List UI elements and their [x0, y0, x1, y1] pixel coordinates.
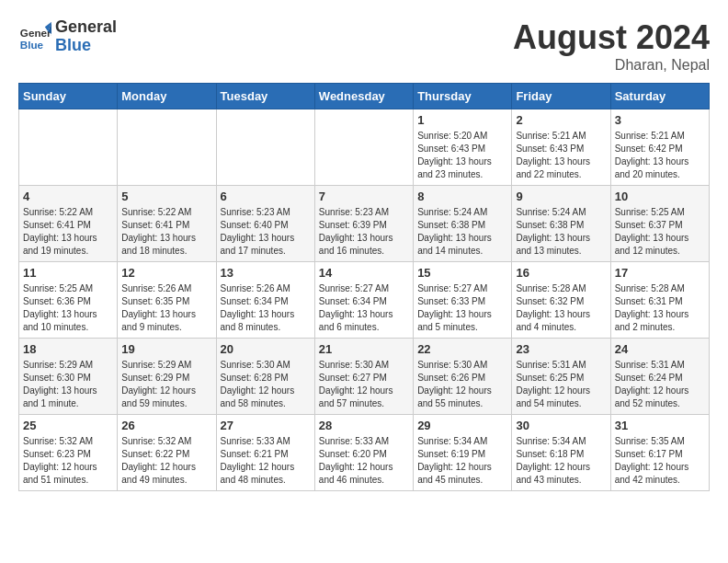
calendar-cell: 15Sunrise: 5:27 AM Sunset: 6:33 PM Dayli…	[414, 262, 512, 339]
day-info: Sunrise: 5:28 AM Sunset: 6:32 PM Dayligh…	[516, 282, 606, 334]
calendar-cell	[216, 109, 314, 186]
day-number: 31	[615, 419, 705, 432]
calendar-cell: 24Sunrise: 5:31 AM Sunset: 6:24 PM Dayli…	[610, 339, 709, 415]
calendar-cell: 11Sunrise: 5:25 AM Sunset: 6:36 PM Dayli…	[19, 262, 118, 339]
day-info: Sunrise: 5:23 AM Sunset: 6:40 PM Dayligh…	[221, 206, 311, 258]
calendar-cell: 16Sunrise: 5:28 AM Sunset: 6:32 PM Dayli…	[512, 262, 610, 339]
calendar-cell: 29Sunrise: 5:34 AM Sunset: 6:19 PM Dayli…	[414, 415, 512, 491]
calendar-cell: 30Sunrise: 5:34 AM Sunset: 6:18 PM Dayli…	[512, 415, 610, 491]
calendar-cell: 6Sunrise: 5:23 AM Sunset: 6:40 PM Daylig…	[216, 186, 314, 262]
day-info: Sunrise: 5:26 AM Sunset: 6:34 PM Dayligh…	[221, 282, 311, 334]
day-number: 16	[516, 266, 606, 280]
title-block: August 2024 Dharan, Nepal	[513, 18, 710, 74]
calendar-cell: 25Sunrise: 5:32 AM Sunset: 6:23 PM Dayli…	[19, 415, 118, 491]
day-info: Sunrise: 5:34 AM Sunset: 6:19 PM Dayligh…	[417, 435, 507, 487]
day-number: 7	[319, 190, 409, 203]
day-number: 8	[417, 190, 507, 203]
day-info: Sunrise: 5:29 AM Sunset: 6:29 PM Dayligh…	[121, 359, 211, 410]
day-info: Sunrise: 5:30 AM Sunset: 6:27 PM Dayligh…	[319, 359, 409, 410]
calendar-cell: 22Sunrise: 5:30 AM Sunset: 6:26 PM Dayli…	[414, 339, 512, 415]
calendar-cell: 23Sunrise: 5:31 AM Sunset: 6:25 PM Dayli…	[512, 339, 610, 415]
day-info: Sunrise: 5:21 AM Sunset: 6:43 PM Dayligh…	[516, 130, 606, 181]
week-row-1: 1Sunrise: 5:20 AM Sunset: 6:43 PM Daylig…	[19, 109, 710, 186]
calendar-cell: 9Sunrise: 5:24 AM Sunset: 6:38 PM Daylig…	[512, 186, 610, 262]
day-info: Sunrise: 5:30 AM Sunset: 6:26 PM Dayligh…	[417, 359, 507, 410]
calendar-cell: 27Sunrise: 5:33 AM Sunset: 6:21 PM Dayli…	[216, 415, 314, 491]
calendar-cell: 26Sunrise: 5:32 AM Sunset: 6:22 PM Dayli…	[118, 415, 216, 491]
day-number: 28	[319, 419, 409, 432]
day-info: Sunrise: 5:27 AM Sunset: 6:34 PM Dayligh…	[319, 282, 409, 334]
logo: General Blue General Blue	[18, 18, 117, 55]
day-info: Sunrise: 5:33 AM Sunset: 6:21 PM Dayligh…	[221, 435, 311, 487]
calendar-cell: 2Sunrise: 5:21 AM Sunset: 6:43 PM Daylig…	[512, 109, 610, 186]
calendar-cell: 28Sunrise: 5:33 AM Sunset: 6:20 PM Dayli…	[314, 415, 413, 491]
day-info: Sunrise: 5:26 AM Sunset: 6:35 PM Dayligh…	[121, 282, 211, 334]
month-year-title: August 2024	[513, 18, 710, 57]
day-number: 20	[221, 342, 311, 356]
calendar-cell	[314, 109, 413, 186]
day-info: Sunrise: 5:21 AM Sunset: 6:42 PM Dayligh…	[615, 130, 705, 181]
day-number: 17	[615, 266, 705, 280]
day-number: 13	[221, 266, 311, 280]
day-info: Sunrise: 5:24 AM Sunset: 6:38 PM Dayligh…	[417, 206, 507, 258]
day-number: 1	[417, 113, 507, 127]
calendar-cell: 8Sunrise: 5:24 AM Sunset: 6:38 PM Daylig…	[414, 186, 512, 262]
calendar-cell: 4Sunrise: 5:22 AM Sunset: 6:41 PM Daylig…	[19, 186, 118, 262]
calendar-cell: 19Sunrise: 5:29 AM Sunset: 6:29 PM Dayli…	[118, 339, 216, 415]
day-number: 11	[23, 266, 113, 280]
day-info: Sunrise: 5:32 AM Sunset: 6:22 PM Dayligh…	[121, 435, 211, 487]
calendar-cell: 31Sunrise: 5:35 AM Sunset: 6:17 PM Dayli…	[610, 415, 709, 491]
day-info: Sunrise: 5:29 AM Sunset: 6:30 PM Dayligh…	[23, 359, 113, 410]
week-row-5: 25Sunrise: 5:32 AM Sunset: 6:23 PM Dayli…	[19, 415, 710, 491]
day-info: Sunrise: 5:22 AM Sunset: 6:41 PM Dayligh…	[23, 206, 113, 258]
weekday-header-friday: Friday	[512, 84, 610, 109]
calendar-cell: 14Sunrise: 5:27 AM Sunset: 6:34 PM Dayli…	[314, 262, 413, 339]
svg-text:Blue: Blue	[20, 38, 44, 50]
calendar-cell: 3Sunrise: 5:21 AM Sunset: 6:42 PM Daylig…	[610, 109, 709, 186]
day-number: 14	[319, 266, 409, 280]
day-info: Sunrise: 5:33 AM Sunset: 6:20 PM Dayligh…	[319, 435, 409, 487]
day-number: 2	[516, 113, 606, 127]
day-number: 19	[121, 342, 211, 356]
day-number: 9	[516, 190, 606, 203]
weekday-header-sunday: Sunday	[19, 84, 118, 109]
weekday-header-row: SundayMondayTuesdayWednesdayThursdayFrid…	[19, 84, 710, 109]
day-info: Sunrise: 5:25 AM Sunset: 6:37 PM Dayligh…	[615, 206, 705, 258]
calendar-cell: 10Sunrise: 5:25 AM Sunset: 6:37 PM Dayli…	[610, 186, 709, 262]
day-info: Sunrise: 5:22 AM Sunset: 6:41 PM Dayligh…	[121, 206, 211, 258]
weekday-header-thursday: Thursday	[414, 84, 512, 109]
calendar-cell: 12Sunrise: 5:26 AM Sunset: 6:35 PM Dayli…	[118, 262, 216, 339]
day-info: Sunrise: 5:27 AM Sunset: 6:33 PM Dayligh…	[417, 282, 507, 334]
day-number: 23	[516, 342, 606, 356]
day-number: 26	[121, 419, 211, 432]
page-header: General Blue General Blue August 2024 Dh…	[18, 18, 710, 74]
calendar-table: SundayMondayTuesdayWednesdayThursdayFrid…	[18, 83, 710, 491]
day-info: Sunrise: 5:30 AM Sunset: 6:28 PM Dayligh…	[221, 359, 311, 410]
weekday-header-wednesday: Wednesday	[314, 84, 413, 109]
calendar-cell: 21Sunrise: 5:30 AM Sunset: 6:27 PM Dayli…	[314, 339, 413, 415]
day-number: 21	[319, 342, 409, 356]
logo-text-general: General	[55, 18, 117, 37]
calendar-cell: 13Sunrise: 5:26 AM Sunset: 6:34 PM Dayli…	[216, 262, 314, 339]
day-info: Sunrise: 5:31 AM Sunset: 6:24 PM Dayligh…	[615, 359, 705, 410]
day-number: 25	[23, 419, 113, 432]
week-row-3: 11Sunrise: 5:25 AM Sunset: 6:36 PM Dayli…	[19, 262, 710, 339]
day-number: 10	[615, 190, 705, 203]
week-row-2: 4Sunrise: 5:22 AM Sunset: 6:41 PM Daylig…	[19, 186, 710, 262]
calendar-cell: 5Sunrise: 5:22 AM Sunset: 6:41 PM Daylig…	[118, 186, 216, 262]
location-subtitle: Dharan, Nepal	[513, 57, 710, 74]
day-info: Sunrise: 5:35 AM Sunset: 6:17 PM Dayligh…	[615, 435, 705, 487]
day-number: 12	[121, 266, 211, 280]
day-number: 30	[516, 419, 606, 432]
weekday-header-tuesday: Tuesday	[216, 84, 314, 109]
day-number: 4	[23, 190, 113, 203]
calendar-cell: 1Sunrise: 5:20 AM Sunset: 6:43 PM Daylig…	[414, 109, 512, 186]
day-number: 5	[121, 190, 211, 203]
day-info: Sunrise: 5:20 AM Sunset: 6:43 PM Dayligh…	[417, 130, 507, 181]
day-info: Sunrise: 5:23 AM Sunset: 6:39 PM Dayligh…	[319, 206, 409, 258]
day-info: Sunrise: 5:24 AM Sunset: 6:38 PM Dayligh…	[516, 206, 606, 258]
calendar-cell	[118, 109, 216, 186]
weekday-header-saturday: Saturday	[610, 84, 709, 109]
day-info: Sunrise: 5:28 AM Sunset: 6:31 PM Dayligh…	[615, 282, 705, 334]
day-info: Sunrise: 5:25 AM Sunset: 6:36 PM Dayligh…	[23, 282, 113, 334]
